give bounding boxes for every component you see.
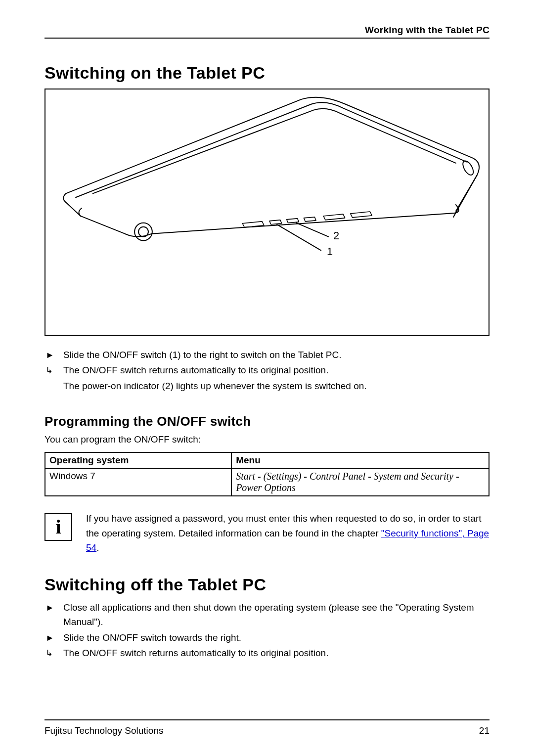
table-row: Windows 7 Start - (Settings) - Control P…: [45, 468, 489, 496]
footer-rule: [44, 719, 490, 720]
step-text: The ON/OFF switch returns automatically …: [63, 648, 328, 658]
list-item: The power-on indicator (2) lights up whe…: [44, 379, 490, 393]
result-marker-icon: ↳: [45, 647, 53, 661]
svg-point-2: [461, 159, 476, 177]
info-note: i If you have assigned a password, you m…: [44, 511, 490, 555]
switch-off-steps: ► Close all applications and then shut d…: [44, 600, 490, 661]
cell-menu: Start - (Settings) - Control Panel - Sys…: [231, 468, 489, 496]
table-header-menu: Menu: [231, 452, 489, 468]
step-text: The ON/OFF switch returns automatically …: [63, 365, 328, 375]
chapter-header: Working with the Tablet PC: [44, 25, 490, 36]
footer-left: Fujitsu Technology Solutions: [44, 725, 163, 736]
step-text: Close all applications and then shut dow…: [63, 602, 474, 627]
table-header-os: Operating system: [45, 452, 231, 468]
info-icon: i: [44, 513, 72, 541]
os-menu-table: Operating system Menu Windows 7 Start - …: [44, 452, 490, 496]
cell-os: Windows 7: [45, 468, 231, 496]
footer-page-number: 21: [479, 725, 490, 736]
svg-point-0: [134, 223, 152, 241]
svg-line-3: [277, 224, 321, 251]
tablet-illustration: 2 1: [44, 89, 490, 336]
info-text: If you have assigned a password, you mus…: [86, 511, 490, 555]
tablet-svg: 2 1: [45, 89, 489, 335]
info-text-after: .: [96, 542, 99, 553]
step-text: Slide the ON/OFF switch towards the righ…: [63, 632, 241, 643]
action-marker-icon: ►: [45, 631, 54, 645]
callout-1: 1: [327, 245, 333, 258]
section-title-switching-off: Switching off the Tablet PC: [44, 575, 490, 594]
list-item: ► Slide the ON/OFF switch towards the ri…: [44, 630, 490, 645]
page-footer: Fujitsu Technology Solutions 21: [44, 719, 490, 736]
step-text: The power-on indicator (2) lights up whe…: [63, 381, 367, 391]
list-item: ↳ The ON/OFF switch returns automaticall…: [44, 646, 490, 660]
svg-point-1: [138, 227, 148, 237]
menu-path-text: Start - (Settings) - Control Panel - Sys…: [236, 471, 459, 493]
result-marker-icon: ↳: [45, 364, 53, 378]
switch-on-steps: ► Slide the ON/OFF switch (1) to the rig…: [44, 348, 490, 393]
section-title-switching-on: Switching on the Tablet PC: [44, 63, 490, 83]
list-item: ↳ The ON/OFF switch returns automaticall…: [44, 363, 490, 377]
svg-line-4: [297, 223, 328, 237]
action-marker-icon: ►: [45, 601, 54, 615]
section-title-programming: Programming the ON/OFF switch: [44, 414, 490, 429]
header-rule: [44, 38, 490, 39]
action-marker-icon: ►: [45, 349, 54, 362]
step-text: Slide the ON/OFF switch (1) to the right…: [63, 350, 342, 360]
list-item: ► Slide the ON/OFF switch (1) to the rig…: [44, 348, 490, 362]
callout-2: 2: [333, 229, 339, 242]
list-item: ► Close all applications and then shut d…: [44, 600, 490, 629]
programming-intro: You can program the ON/OFF switch:: [44, 434, 490, 445]
